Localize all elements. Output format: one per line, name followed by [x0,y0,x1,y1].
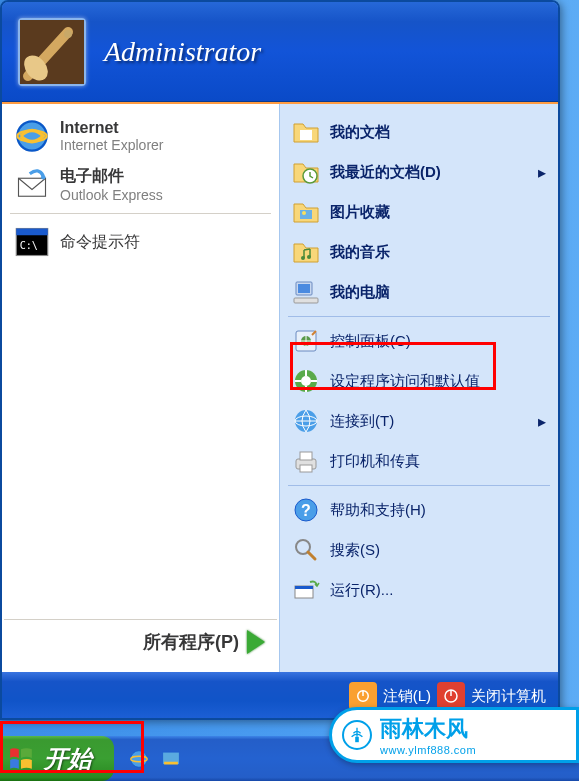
all-programs-label: 所有程序(P) [143,630,239,654]
svg-point-35 [131,750,148,767]
help-item[interactable]: ? 帮助和支持(H) [282,490,556,530]
separator [288,485,550,486]
pinned-programs-panel: Internet Internet Explorer 电子邮件 Outlook … [2,104,279,672]
my-computer-item[interactable]: 我的电脑 [282,272,556,312]
folder-documents-icon [292,118,320,146]
my-documents-label: 我的文档 [330,123,390,142]
watermark-badge: 雨林木风 www.ylmf888.com [329,707,579,763]
svg-rect-17 [298,284,310,293]
search-label: 搜索(S) [330,541,380,560]
svg-rect-32 [295,586,313,589]
music-label: 我的音乐 [330,243,390,262]
default-programs-label: 设定程序访问和默认值 [330,372,480,391]
email-icon [14,167,50,203]
folder-music-icon [292,238,320,266]
run-label: 运行(R)... [330,581,393,600]
arrow-right-icon [247,630,265,654]
music-item[interactable]: 我的音乐 [282,232,556,272]
my-computer-label: 我的电脑 [330,283,390,302]
show-desktop-icon[interactable] [160,748,182,770]
cmd-icon: C:\ [14,224,50,260]
system-places-panel: 我的文档 我最近的文档(D) ▸ 图片收藏 我的音乐 我的电脑 [279,104,558,672]
printers-item[interactable]: 打印机和传真 [282,441,556,481]
start-menu-header: Administrator [2,2,558,102]
network-icon [292,407,320,435]
svg-rect-39 [355,737,359,742]
logoff-button[interactable]: 注销(L) [349,682,431,710]
control-panel-label: 控制面板(C) [330,332,411,351]
start-menu-body: Internet Internet Explorer 电子邮件 Outlook … [2,102,558,672]
svg-point-6 [41,174,46,179]
svg-rect-18 [294,298,318,303]
pictures-item[interactable]: 图片收藏 [282,192,556,232]
recent-documents-label: 我最近的文档(D) [330,163,441,182]
internet-subtitle: Internet Explorer [60,137,164,153]
email-title: 电子邮件 [60,166,163,187]
connect-to-label: 连接到(T) [330,412,394,431]
chevron-right-icon: ▸ [538,412,546,431]
svg-text:C:\: C:\ [20,240,38,251]
user-avatar [18,18,86,86]
logoff-label: 注销(L) [383,687,431,706]
start-button-label: 开始 [44,743,92,775]
control-panel-item[interactable]: 控制面板(C) [282,321,556,361]
help-icon: ? [292,496,320,524]
connect-to-item[interactable]: 连接到(T) ▸ [282,401,556,441]
email-item[interactable]: 电子邮件 Outlook Express [4,160,277,209]
cmd-title: 命令提示符 [60,232,140,253]
quick-launch [114,748,182,770]
recent-documents-item[interactable]: 我最近的文档(D) ▸ [282,152,556,192]
shutdown-icon [437,682,465,710]
cmd-item[interactable]: C:\ 命令提示符 [4,218,277,266]
watermark-url: www.ylmf888.com [380,744,476,756]
default-programs-item[interactable]: 设定程序访问和默认值 [282,361,556,401]
default-programs-icon [292,367,320,395]
shutdown-button[interactable]: 关闭计算机 [437,682,546,710]
watermark-logo-icon [342,720,372,750]
internet-title: Internet [60,119,164,137]
username-label: Administrator [104,36,261,68]
svg-rect-26 [300,452,312,460]
all-programs-item[interactable]: 所有程序(P) [4,619,277,664]
svg-rect-38 [164,761,178,764]
svg-rect-27 [300,465,312,472]
svg-point-2 [64,30,72,38]
chevron-right-icon: ▸ [538,163,546,182]
shutdown-label: 关闭计算机 [471,687,546,706]
ie-quicklaunch-icon[interactable] [128,748,150,770]
printers-label: 打印机和传真 [330,452,420,471]
help-label: 帮助和支持(H) [330,501,426,520]
run-item[interactable]: 运行(R)... [282,570,556,610]
start-button[interactable]: 开始 [0,736,114,781]
run-icon [292,576,320,604]
internet-item[interactable]: Internet Internet Explorer [4,112,277,160]
start-menu: Administrator Internet Internet Explorer… [0,0,560,720]
my-documents-item[interactable]: 我的文档 [282,112,556,152]
separator [10,213,271,214]
email-subtitle: Outlook Express [60,187,163,203]
watermark-brand: 雨林木风 [380,714,476,744]
printer-icon [292,447,320,475]
svg-point-15 [307,255,311,259]
logoff-icon [349,682,377,710]
svg-rect-12 [300,210,312,219]
internet-explorer-icon [14,118,50,154]
svg-text:?: ? [301,502,311,519]
svg-point-22 [301,376,311,386]
control-panel-icon [292,327,320,355]
computer-icon [292,278,320,306]
search-icon [292,536,320,564]
svg-point-13 [302,211,306,215]
search-item[interactable]: 搜索(S) [282,530,556,570]
pictures-label: 图片收藏 [330,203,390,222]
folder-pictures-icon [292,198,320,226]
separator [288,316,550,317]
folder-recent-icon [292,158,320,186]
svg-rect-10 [300,130,312,140]
svg-rect-8 [16,229,48,236]
svg-point-14 [301,256,305,260]
windows-logo-icon [8,746,34,772]
